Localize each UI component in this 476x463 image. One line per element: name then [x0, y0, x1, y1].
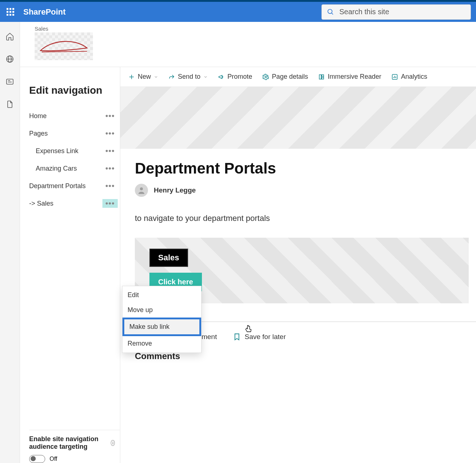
- send-to-button[interactable]: Send to: [168, 73, 208, 81]
- context-menu-make-sub-link[interactable]: Make sub link: [122, 318, 201, 336]
- nav-item-label: Home: [29, 112, 47, 120]
- context-menu-remove[interactable]: Remove: [122, 336, 201, 351]
- nav-item-label: Department Portals: [29, 182, 86, 190]
- bookmark-icon: [233, 333, 241, 341]
- plus-icon: [128, 74, 135, 80]
- nav-item-label: Amazing Cars: [36, 165, 77, 172]
- context-menu-move-up[interactable]: Move up: [122, 303, 201, 318]
- page-title: Department Portals: [135, 160, 469, 177]
- promote-button[interactable]: Promote: [218, 73, 252, 81]
- search-input[interactable]: [339, 8, 465, 16]
- cursor-pointer-icon: [244, 324, 253, 335]
- svg-line-1: [332, 13, 333, 14]
- reader-icon: [318, 74, 325, 80]
- save-for-later-button[interactable]: Save for later: [233, 333, 286, 341]
- globe-icon[interactable]: [5, 55, 14, 63]
- news-icon[interactable]: [5, 77, 14, 86]
- page-description: to navigate to your department portals: [135, 214, 469, 223]
- home-icon[interactable]: [5, 32, 14, 41]
- nav-panel-footer: Enable site navigation audience targetin…: [29, 430, 120, 463]
- nav-item-department-portals[interactable]: Department Portals •••: [29, 177, 120, 195]
- page-author: Henry Legge: [135, 184, 469, 197]
- site-name: Sales: [35, 26, 476, 32]
- svg-point-0: [328, 9, 332, 13]
- nav-item-home[interactable]: Home •••: [29, 107, 120, 125]
- more-icon[interactable]: •••: [102, 147, 118, 155]
- svg-point-10: [265, 76, 267, 78]
- page-hero-image: [120, 87, 476, 149]
- more-icon[interactable]: •••: [102, 129, 118, 138]
- nav-item-label: Expenses Link: [36, 147, 78, 155]
- nav-item-pages[interactable]: Pages •••: [29, 125, 120, 142]
- analytics-button[interactable]: Analytics: [391, 73, 427, 81]
- svg-rect-5: [7, 79, 13, 84]
- author-name: Henry Legge: [154, 186, 196, 194]
- chevron-down-icon: [203, 75, 208, 79]
- app-rail: [0, 22, 20, 463]
- chevron-down-icon: [154, 75, 158, 79]
- new-button[interactable]: New: [128, 73, 158, 81]
- hero-item-label: Sales: [149, 249, 188, 267]
- search-icon: [327, 8, 334, 16]
- chart-icon: [391, 74, 398, 80]
- nav-item-label: -> Sales: [29, 200, 54, 207]
- search-box[interactable]: [321, 4, 471, 20]
- gear-icon: [262, 74, 269, 80]
- toggle-state-label: Off: [50, 456, 57, 462]
- file-icon[interactable]: [5, 100, 14, 109]
- info-icon[interactable]: i: [111, 440, 115, 446]
- more-icon[interactable]: •••: [102, 182, 118, 190]
- edit-navigation-panel: Edit navigation Home ••• Pages ••• Expen…: [20, 67, 120, 463]
- suite-brand[interactable]: SharePoint: [23, 7, 66, 17]
- nav-item-amazing-cars[interactable]: Amazing Cars •••: [29, 160, 120, 177]
- megaphone-icon: [218, 74, 225, 80]
- nav-item-expenses-link[interactable]: Expenses Link •••: [29, 142, 120, 160]
- context-menu-edit[interactable]: Edit: [122, 288, 201, 303]
- page-content: New Send to Promote Page details: [120, 67, 476, 463]
- svg-point-15: [140, 187, 143, 190]
- more-icon[interactable]: •••: [102, 164, 118, 173]
- command-bar: New Send to Promote Page details: [120, 67, 476, 87]
- nav-item-context-menu: Edit Move up Make sub link Remove: [122, 286, 202, 353]
- site-logo[interactable]: [35, 32, 93, 60]
- page-details-button[interactable]: Page details: [262, 73, 308, 81]
- more-icon[interactable]: •••: [102, 112, 118, 120]
- audience-targeting-toggle[interactable]: [29, 455, 45, 463]
- audience-targeting-label: Enable site navigation audience targetin…: [29, 435, 109, 451]
- more-icon[interactable]: •••: [102, 199, 118, 208]
- avatar-icon: [135, 184, 148, 197]
- share-icon: [168, 74, 175, 80]
- nav-panel-title: Edit navigation: [29, 85, 120, 96]
- immersive-reader-button[interactable]: Immersive Reader: [318, 73, 381, 81]
- suite-bar: SharePoint: [0, 2, 476, 22]
- site-header: Sales: [20, 22, 476, 67]
- nav-item-label: Pages: [29, 130, 48, 137]
- app-launcher-icon[interactable]: [5, 7, 15, 17]
- nav-item-sales[interactable]: -> Sales •••: [29, 195, 120, 212]
